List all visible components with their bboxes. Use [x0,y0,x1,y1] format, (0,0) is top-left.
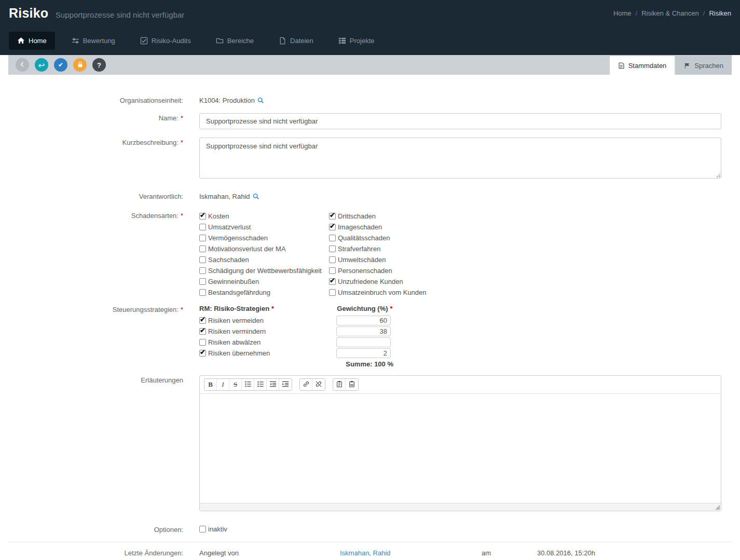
help-button[interactable]: ? [92,58,106,72]
damage-label: Sachschaden [208,256,249,264]
paste-button[interactable] [333,379,346,390]
paste-from-word-button[interactable] [346,379,358,390]
chevron-left-icon [19,61,25,69]
check-icon: ✔ [58,62,63,68]
damage-type-item[interactable]: Imageschaden [329,222,427,233]
question-icon: ? [97,62,101,69]
created-at-value: 30.08.2016, 15:20h [537,549,595,557]
confirm-button[interactable]: ✔ [54,58,67,72]
damage-checkbox[interactable] [199,245,206,252]
breadcrumb-home[interactable]: Home [613,9,632,17]
short-description-label: Kurzbeschreibung: [122,139,179,146]
inactive-option[interactable]: inaktiv [199,525,721,533]
damage-type-item[interactable]: Umweltschäden [329,254,427,265]
tab-bereiche-label: Bereiche [227,37,254,45]
weight-input[interactable] [336,316,391,325]
damage-checkbox[interactable] [199,289,206,296]
inactive-checkbox[interactable] [199,526,206,532]
org-unit-search-icon[interactable] [257,97,264,104]
strategy-checkbox[interactable] [199,317,206,324]
unlink-button[interactable] [312,379,325,390]
tab-bereiche[interactable]: Bereiche [208,32,262,50]
tab-bewertung[interactable]: Bewertung [63,32,124,50]
explanations-editor-body[interactable] [200,394,721,503]
breadcrumb-risiken-chancen[interactable]: Risiken & Chancen [641,9,699,17]
damage-checkbox[interactable] [199,256,206,263]
responsible-label: Verantwortlich: [8,192,183,200]
damage-label: Umsatzverlust [208,223,251,231]
outdent-button[interactable] [267,379,279,390]
damage-type-item[interactable]: Strafverfahren [329,243,427,254]
weight-input[interactable] [336,348,391,358]
damage-type-item[interactable]: Gewinneinbußen [199,276,329,287]
damage-type-item[interactable]: Umsatzeinbruch vom Kunden [329,287,427,298]
bold-button[interactable]: B [204,379,217,390]
name-label: Name: [159,114,179,122]
list-grid-icon [338,37,346,45]
stammdaten-form: Organisationseinheit: K1004: Produktion … [8,75,732,560]
damage-checkbox[interactable] [329,267,336,274]
view-tabs: Stammdaten Sprachen [609,56,732,75]
damage-checkbox[interactable] [329,213,336,220]
strategy-checkbox[interactable] [199,350,206,357]
strategy-label: Risiken vermeiden [208,317,264,324]
tab-stammdaten[interactable]: Stammdaten [610,56,675,75]
damage-checkbox[interactable] [199,278,206,285]
strategy-checkbox[interactable] [199,339,206,346]
tab-dateien-label: Dateien [290,37,313,45]
unordered-list-button[interactable] [254,379,267,390]
damage-checkbox[interactable] [329,289,336,296]
damage-type-item[interactable]: Qualitätsschaden [329,233,427,243]
damage-type-item[interactable]: Schädigung der Wettbewerbsfähigkeit [199,265,329,276]
damage-checkbox[interactable] [329,256,336,263]
tab-risiko-audits[interactable]: Risiko-Audits [132,32,199,50]
damage-label: Umweltschäden [338,256,386,264]
damage-type-item[interactable]: Drittschaden [329,211,427,222]
breadcrumb-separator: / [703,9,705,17]
damage-checkbox[interactable] [329,224,336,230]
resize-grip-icon[interactable] [715,505,720,510]
title-wrap: Risiko Supportprozesse sind nicht verfüg… [9,6,184,21]
responsible-search-icon[interactable] [253,193,259,200]
short-description-textarea[interactable]: Supportprozesse sind nicht verfügbar [199,138,721,179]
damage-type-item[interactable]: Motivationsverlust der MA [199,243,329,254]
damage-checkbox[interactable] [329,235,336,241]
name-input[interactable] [199,113,721,129]
weight-input[interactable] [336,337,391,347]
damage-checkbox[interactable] [199,213,206,220]
strategy-item[interactable]: Risiken übernehmen [199,348,336,359]
damage-type-item[interactable]: Bestandsgefährdung [199,287,329,298]
damage-types-left-column: Kosten Umsatzverlust Vermögensschaden Mo… [199,211,329,298]
damage-type-item[interactable]: Kosten [199,211,329,222]
created-by-link[interactable]: Iskmahan, Rahid [340,549,391,557]
damage-type-item[interactable]: Personenschaden [329,265,427,276]
tab-projekte[interactable]: Projekte [330,32,383,50]
outdent-icon [269,380,277,389]
damage-type-item[interactable]: Vermögensschaden [199,233,329,243]
strikethrough-button[interactable]: S [229,379,242,390]
link-button[interactable] [300,379,312,390]
strategy-item[interactable]: Risiken vermindern [199,326,336,337]
damage-type-item[interactable]: Sachschaden [199,254,329,265]
lock-button[interactable] [73,58,87,72]
tab-dateien[interactable]: Dateien [270,32,322,50]
damage-checkbox[interactable] [329,245,336,252]
damage-checkbox[interactable] [199,224,206,230]
revert-button[interactable]: ↩ [35,58,48,72]
ordered-list-icon [244,380,252,389]
strategy-checkbox[interactable] [199,328,206,335]
ordered-list-button[interactable] [242,379,254,390]
indent-button[interactable] [279,379,292,390]
damage-checkbox[interactable] [329,278,336,285]
italic-button[interactable]: I [217,379,229,390]
strategy-item[interactable]: Risiken vermeiden [199,315,336,326]
damage-type-item[interactable]: Umsatzverlust [199,222,329,233]
damage-checkbox[interactable] [199,267,206,274]
damage-type-item[interactable]: Unzufriedene Kunden [329,276,427,287]
strategy-item[interactable]: Risiken abwälzen [199,337,336,348]
tab-sprachen[interactable]: Sprachen [676,56,732,75]
damage-checkbox[interactable] [199,235,206,241]
weight-input[interactable] [336,326,391,336]
tab-home[interactable]: Home [9,32,55,50]
back-button[interactable] [16,58,29,72]
